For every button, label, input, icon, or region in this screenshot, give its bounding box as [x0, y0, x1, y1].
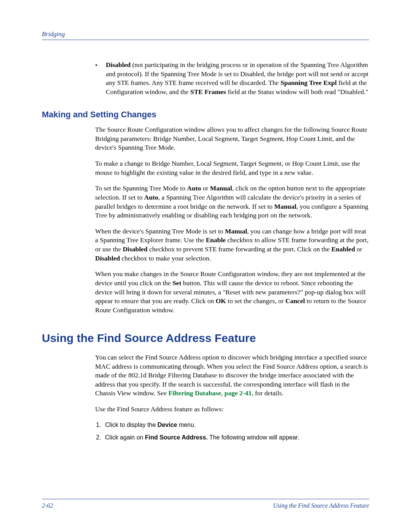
step-2: Click again on Find Source Address. The … — [103, 433, 369, 442]
page-header: Bridging — [42, 30, 369, 40]
bullet-item-disabled: • Disabled (not participating in the bri… — [95, 61, 369, 97]
heading-making-setting-changes: Making and Setting Changes — [42, 109, 369, 120]
bullet-marker: • — [95, 61, 106, 97]
paragraph: When you make changes in the Source Rout… — [95, 270, 369, 315]
heading-find-source-address: Using the Find Source Address Feature — [42, 331, 369, 346]
link-page-ref[interactable]: page 2-41 — [225, 389, 252, 397]
footer-page-number: 2-62 — [42, 502, 53, 509]
page-content: • Disabled (not participating in the bri… — [42, 61, 369, 499]
page: Bridging • Disabled (not participating i… — [0, 0, 411, 532]
paragraph: The Source Route Configuration window al… — [95, 125, 369, 152]
step-1: Click to display the Device menu. — [103, 421, 369, 429]
paragraph: Use the Find Source Address feature as f… — [95, 405, 369, 414]
page-footer: 2-62 Using the Find Source Address Featu… — [42, 499, 369, 509]
link-filtering-database[interactable]: Filtering Database — [168, 389, 221, 397]
term-spanning-tree-expl: Spanning Tree Expl — [280, 79, 337, 86]
steps-list: Click to display the Device menu. Click … — [95, 421, 369, 442]
term-ste-frames: STE Frames — [190, 88, 226, 96]
term-disabled: Disabled — [106, 61, 131, 69]
paragraph: When the device's Spanning Tree Mode is … — [95, 227, 369, 263]
paragraph: To make a change to Bridge Number, Local… — [95, 159, 369, 177]
bullet-text: Disabled (not participating in the bridg… — [106, 61, 369, 97]
footer-section-title: Using the Find Source Address Feature — [273, 502, 369, 509]
section-making-setting-changes: The Source Route Configuration window al… — [95, 125, 369, 315]
paragraph: To set the Spanning Tree Mode to Auto or… — [95, 184, 369, 220]
section-find-source-address: You can select the Find Source Address o… — [95, 353, 369, 442]
paragraph: You can select the Find Source Address o… — [95, 353, 369, 398]
header-section-title: Bridging — [42, 30, 65, 38]
